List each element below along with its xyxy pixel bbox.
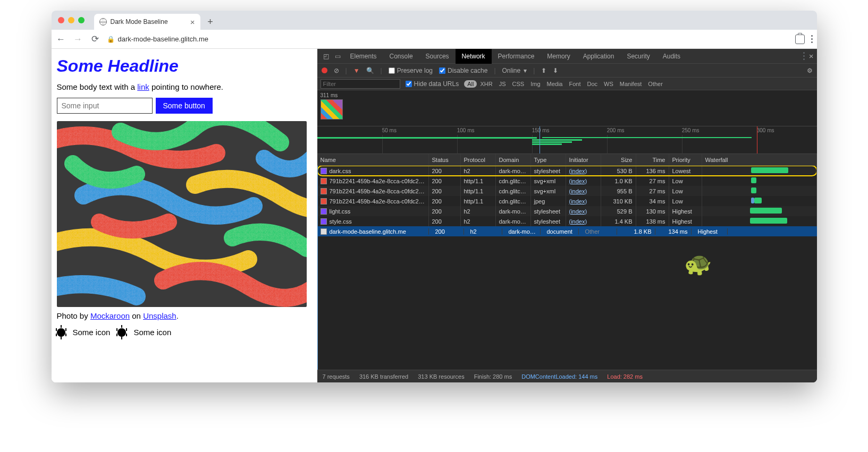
filter-type-doc[interactable]: Doc: [584, 80, 601, 88]
filter-type-font[interactable]: Font: [566, 80, 584, 88]
devtools-tabs: ◰ ▭ ElementsConsoleSourcesNetworkPerform…: [317, 49, 817, 64]
close-window-button[interactable]: [58, 17, 64, 23]
disable-cache-checkbox[interactable]: Disable cache: [439, 67, 487, 74]
devtools-close-button[interactable]: ×: [809, 52, 814, 61]
minimize-window-button[interactable]: [68, 17, 74, 23]
devtools-tab-console[interactable]: Console: [383, 49, 419, 64]
filter-type-other[interactable]: Other: [645, 80, 666, 88]
network-summary: 7 requests 316 KB transferred 313 KB res…: [317, 370, 817, 382]
summary-resources: 313 KB resources: [418, 373, 464, 380]
filter-type-img[interactable]: Img: [527, 80, 543, 88]
demo-button[interactable]: Some button: [156, 98, 213, 114]
upload-icon[interactable]: ⬆: [541, 67, 546, 74]
new-tab-button[interactable]: +: [204, 15, 217, 29]
col-type[interactable]: Type: [531, 154, 566, 165]
record-button[interactable]: [322, 67, 327, 73]
col-waterfall[interactable]: Waterfall: [702, 154, 817, 165]
site-link[interactable]: Unsplash: [143, 311, 176, 320]
hide-data-urls-checkbox[interactable]: Hide data URLs: [406, 80, 459, 88]
clear-button[interactable]: ⊘: [334, 67, 339, 74]
network-row[interactable]: style.css200h2dark-mo…stylesheet(index)1…: [317, 216, 817, 226]
url-display[interactable]: 🔒 dark-mode-baseline.glitch.me: [107, 35, 209, 43]
filter-type-css[interactable]: CSS: [509, 80, 528, 88]
screenshot-thumbnail[interactable]: [321, 99, 343, 120]
icon-label-2: Some icon: [133, 328, 171, 337]
browser-tab[interactable]: Dark Mode Baseline ×: [94, 14, 200, 30]
file-icon: [321, 188, 327, 194]
devtools-tab-audits[interactable]: Audits: [656, 49, 687, 64]
network-row[interactable]: 791b2241-459b-4a2e-8cca-c0fdc2…200http/1…: [317, 186, 817, 196]
timeline-tick: 50 ms: [382, 127, 397, 133]
throttle-select[interactable]: Online▾: [502, 67, 527, 74]
close-tab-button[interactable]: ×: [190, 18, 195, 27]
col-domain[interactable]: Domain: [496, 154, 531, 165]
filter-type-ws[interactable]: WS: [601, 80, 617, 88]
author-link[interactable]: Mockaroon: [90, 311, 130, 320]
network-row[interactable]: light.css200h2dark-mo…stylesheet(index)5…: [317, 206, 817, 216]
filter-icon[interactable]: ▼: [353, 67, 360, 74]
settings-icon[interactable]: ⚙: [807, 67, 813, 74]
body-link[interactable]: link: [137, 82, 149, 91]
devtools-tab-performance[interactable]: Performance: [492, 49, 541, 64]
devtools-panel: ◰ ▭ ElementsConsoleSourcesNetworkPerform…: [317, 49, 817, 382]
address-bar: ← → ⟳ 🔒 dark-mode-baseline.glitch.me: [52, 30, 817, 49]
device-icon[interactable]: ▭: [332, 53, 344, 60]
overview-time-label: 311 ms: [321, 92, 814, 98]
devtools-tab-network[interactable]: Network: [456, 49, 492, 64]
reload-button[interactable]: ⟳: [90, 33, 100, 45]
filter-input[interactable]: [321, 79, 400, 89]
col-initiator[interactable]: Initiator: [566, 154, 601, 165]
tab-title: Dark Mode Baseline: [111, 18, 168, 25]
maximize-window-button[interactable]: [78, 17, 85, 23]
browser-menu-button[interactable]: [811, 35, 813, 43]
url-text: dark-mode-baseline.glitch.me: [118, 35, 209, 43]
icon-row: Some icon Some icon: [57, 328, 312, 337]
body-text: Some body text with a link pointing to n…: [57, 82, 312, 91]
col-protocol[interactable]: Protocol: [461, 154, 496, 165]
col-time[interactable]: Time: [636, 154, 669, 165]
icon-label-1: Some icon: [73, 328, 111, 337]
page-viewport: Some Headline Some body text with a link…: [52, 49, 317, 382]
filter-type-xhr[interactable]: XHR: [477, 80, 495, 88]
back-button[interactable]: ←: [56, 34, 66, 45]
preserve-log-checkbox[interactable]: Preserve log: [389, 67, 433, 74]
col-size[interactable]: Size: [601, 154, 636, 165]
devtools-menu-button[interactable]: [803, 52, 805, 60]
network-row[interactable]: 791b2241-459b-4a2e-8cca-c0fdc2…200http/1…: [317, 196, 817, 206]
globe-icon: [99, 18, 107, 25]
devtools-tab-memory[interactable]: Memory: [541, 49, 576, 64]
hero-image: [57, 121, 307, 307]
lock-icon: 🔒: [107, 36, 115, 43]
filter-type-manifest[interactable]: Manifest: [617, 80, 645, 88]
page-headline: Some Headline: [57, 56, 312, 76]
network-row[interactable]: dark-mode-baseline.glitch.me200h2dark-mo…: [317, 226, 817, 236]
file-icon: [321, 228, 327, 235]
table-header[interactable]: Name Status Protocol Domain Type Initiat…: [317, 154, 817, 166]
summary-transferred: 316 KB transferred: [359, 373, 408, 380]
filter-type-media[interactable]: Media: [544, 80, 566, 88]
summary-load: Load: 282 ms: [607, 373, 643, 380]
timeline-ruler[interactable]: 50 ms100 ms150 ms200 ms250 ms300 ms: [317, 126, 817, 154]
col-priority[interactable]: Priority: [669, 154, 702, 165]
forward-button[interactable]: →: [73, 34, 83, 45]
network-row[interactable]: dark.css200h2dark-mo…stylesheet(index)53…: [317, 166, 817, 176]
devtools-tab-sources[interactable]: Sources: [419, 49, 456, 64]
download-icon[interactable]: ⬇: [553, 67, 558, 74]
filter-type-js[interactable]: JS: [496, 80, 509, 88]
timeline-tick: 300 ms: [757, 127, 774, 133]
extension-icon[interactable]: [795, 35, 805, 44]
search-icon[interactable]: 🔍: [366, 67, 374, 74]
devtools-tab-elements[interactable]: Elements: [344, 49, 383, 64]
devtools-tab-application[interactable]: Application: [577, 49, 621, 64]
inspect-icon[interactable]: ◰: [321, 53, 332, 60]
overview-strip[interactable]: 311 ms: [317, 90, 817, 126]
col-status[interactable]: Status: [429, 154, 461, 165]
devtools-tab-security[interactable]: Security: [620, 49, 656, 64]
col-name[interactable]: Name: [317, 154, 429, 165]
summary-finish: Finish: 280 ms: [474, 373, 512, 380]
filter-type-all[interactable]: All: [464, 80, 477, 88]
network-row[interactable]: 791b2241-459b-4a2e-8cca-c0fdc2…200http/1…: [317, 176, 817, 186]
bulb-icon: [117, 328, 126, 337]
demo-input[interactable]: [57, 98, 153, 114]
summary-requests: 7 requests: [323, 373, 350, 380]
